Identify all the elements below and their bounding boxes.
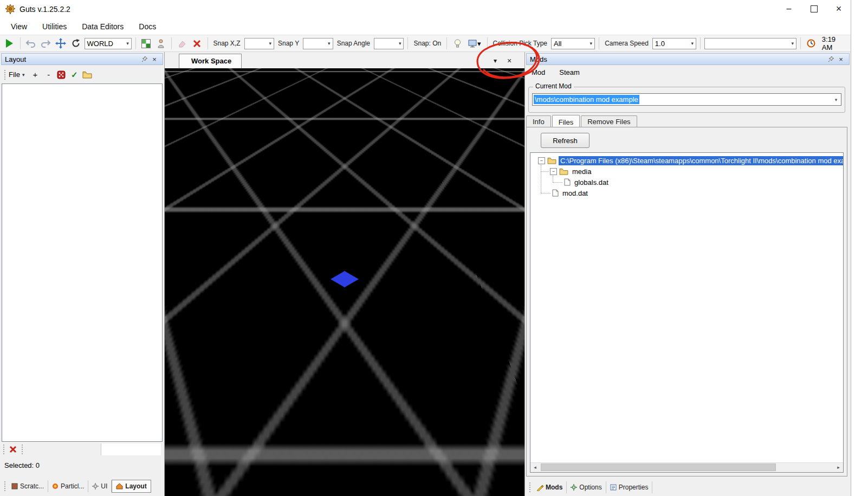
toolbar-separator bbox=[800, 37, 801, 49]
toolbar-grip[interactable] bbox=[3, 445, 4, 454]
tab-mods[interactable]: Mods bbox=[533, 481, 567, 493]
collapse-toggle[interactable]: − bbox=[538, 157, 545, 164]
chevron-down-icon: ▾ bbox=[328, 41, 331, 46]
menu-docs[interactable]: Docs bbox=[131, 20, 164, 34]
tab-particles[interactable]: Particl... bbox=[48, 480, 88, 492]
collision-pick-label: Collision Pick Type bbox=[493, 40, 547, 47]
world-mode-select[interactable]: WORLD ▾ bbox=[85, 38, 132, 49]
file-menu-button[interactable]: File bbox=[9, 70, 20, 79]
tree-row-globals[interactable]: globals.dat bbox=[530, 177, 843, 188]
close-panel-button[interactable]: × bbox=[150, 55, 159, 63]
pin-icon bbox=[141, 56, 148, 62]
clock-time: 3:19 AM bbox=[822, 35, 847, 51]
tree-row-root[interactable]: − C:\Program Files (x86)\Steam\steamapps… bbox=[530, 155, 843, 166]
menu-utilities[interactable]: Utilities bbox=[35, 20, 74, 34]
toolbar-separator bbox=[208, 37, 208, 49]
delete-button[interactable] bbox=[191, 37, 204, 50]
toolbar-grip[interactable] bbox=[4, 481, 5, 491]
apply-button[interactable]: ✓ bbox=[68, 68, 81, 81]
toolbar-grip[interactable] bbox=[22, 445, 23, 454]
red-x-icon bbox=[9, 446, 17, 453]
tab-steam[interactable]: Steam bbox=[559, 68, 580, 79]
run-button[interactable] bbox=[3, 37, 16, 50]
tab-scratch[interactable]: Scratc... bbox=[8, 480, 48, 492]
eraser-button[interactable] bbox=[176, 37, 189, 50]
mini-toolbar-panel bbox=[101, 443, 161, 455]
character-button[interactable] bbox=[154, 37, 167, 50]
snap-xz-select[interactable]: ▾ bbox=[244, 38, 274, 49]
tab-info[interactable]: Info bbox=[526, 115, 551, 127]
open-folder-button[interactable] bbox=[81, 68, 94, 81]
tab-files[interactable]: Files bbox=[552, 115, 580, 128]
add-button[interactable]: + bbox=[33, 70, 37, 79]
clear-selection-button[interactable] bbox=[7, 443, 20, 456]
current-mod-combobox[interactable]: \mods\combination mod example ▾ bbox=[532, 93, 841, 106]
layout-mini-toolbar bbox=[1, 443, 163, 455]
window-title: Guts v.1.25.2.2 bbox=[20, 5, 70, 14]
move-tool-button[interactable] bbox=[54, 37, 67, 50]
right-dock-tabstrip: Mods Options Properties bbox=[525, 480, 851, 495]
close-workspace-button[interactable]: × bbox=[505, 56, 514, 65]
chevron-down-icon: ▾ bbox=[792, 41, 794, 46]
app-window: Guts v.1.25.2.2 – × View Utilities Data … bbox=[0, 0, 851, 496]
tab-layout[interactable]: Layout bbox=[112, 480, 151, 493]
menu-view[interactable]: View bbox=[3, 20, 35, 34]
selected-count: Selected: 0 bbox=[4, 461, 40, 469]
collision-pick-select[interactable]: All ▾ bbox=[551, 38, 595, 49]
tab-list-button[interactable]: ▾ bbox=[491, 56, 500, 65]
layout-list-area[interactable] bbox=[2, 83, 163, 442]
tab-label: Options bbox=[579, 484, 601, 491]
toolbar-grip[interactable] bbox=[529, 482, 530, 492]
tree-connector bbox=[553, 176, 553, 182]
snap-angle-select[interactable]: ▾ bbox=[374, 38, 404, 49]
tab-options[interactable]: Options bbox=[567, 481, 606, 493]
tree-label: globals.dat bbox=[573, 178, 610, 187]
tab-remove-files[interactable]: Remove Files bbox=[581, 115, 637, 127]
gear-icon bbox=[92, 483, 99, 489]
scroll-right-button[interactable]: ▸ bbox=[834, 463, 843, 472]
toolbar-separator bbox=[135, 37, 136, 49]
terrain-grid-button[interactable] bbox=[140, 37, 153, 50]
chevron-down-icon: ▾ bbox=[22, 72, 25, 78]
undo-button[interactable] bbox=[24, 37, 37, 50]
collapse-toggle[interactable]: − bbox=[550, 168, 557, 175]
extra-select[interactable]: ▾ bbox=[704, 38, 796, 49]
randomize-button[interactable] bbox=[55, 68, 68, 81]
snap-y-select[interactable]: ▾ bbox=[303, 38, 333, 49]
tree-row-mod-dat[interactable]: mod.dat bbox=[530, 188, 843, 198]
viewport-3d[interactable] bbox=[165, 68, 524, 496]
tab-ui[interactable]: UI bbox=[88, 480, 112, 492]
scroll-left-button[interactable]: ◂ bbox=[530, 463, 540, 472]
maximize-button[interactable] bbox=[806, 3, 821, 15]
scrollbar-thumb[interactable] bbox=[541, 463, 776, 471]
bulb-icon bbox=[454, 39, 462, 48]
rotate-tool-button[interactable] bbox=[69, 37, 82, 50]
close-panel-button[interactable]: × bbox=[836, 55, 846, 63]
redo-button[interactable] bbox=[39, 37, 52, 50]
pin-button[interactable] bbox=[140, 55, 150, 63]
layout-panel: Layout × File ▾ + - ✓ bbox=[0, 52, 165, 496]
toolbar-grip[interactable] bbox=[4, 70, 5, 80]
tab-workspace[interactable]: Work Space bbox=[179, 54, 242, 68]
camera-speed-select[interactable]: 1.0 ▾ bbox=[652, 38, 696, 49]
menu-data-editors[interactable]: Data Editors bbox=[74, 20, 131, 34]
close-button[interactable]: × bbox=[831, 3, 846, 15]
tab-properties[interactable]: Properties bbox=[606, 481, 653, 493]
scrollbar-track[interactable] bbox=[540, 463, 834, 472]
snap-on-toggle[interactable]: Snap: On bbox=[413, 40, 441, 47]
maximize-icon bbox=[811, 5, 818, 12]
tab-mod[interactable]: Mod bbox=[532, 68, 545, 79]
display-mode-button[interactable]: ▾ bbox=[466, 37, 483, 50]
light-toggle-button[interactable] bbox=[451, 37, 464, 50]
clock-button[interactable] bbox=[805, 37, 818, 50]
tree-connector bbox=[541, 171, 549, 172]
chevron-down-icon: ▾ bbox=[831, 97, 841, 102]
minimize-button[interactable]: – bbox=[781, 3, 796, 15]
refresh-button[interactable]: Refresh bbox=[541, 133, 590, 148]
pin-button[interactable] bbox=[826, 55, 836, 63]
tree-row-media[interactable]: − media bbox=[530, 166, 843, 177]
remove-button[interactable]: - bbox=[47, 70, 50, 79]
tree-connector bbox=[553, 182, 562, 183]
layout-panel-title: Layout bbox=[5, 55, 26, 63]
file-icon bbox=[564, 178, 571, 186]
